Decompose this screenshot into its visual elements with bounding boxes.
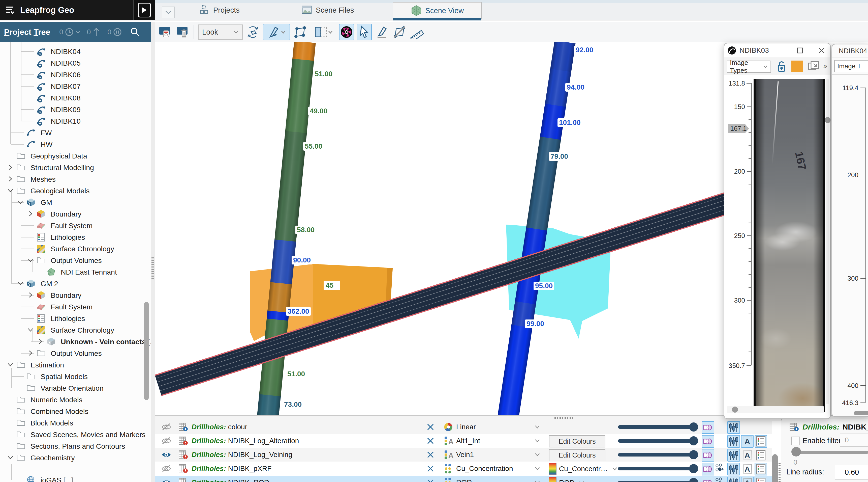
opacity-slider[interactable] xyxy=(618,467,693,471)
vertical-scrollbar-thumb[interactable] xyxy=(825,117,831,123)
tab-overflow-button[interactable] xyxy=(162,6,175,18)
menu-icon[interactable] xyxy=(4,4,16,16)
colour-swatch[interactable] xyxy=(792,61,803,72)
tab-projects[interactable]: Projects xyxy=(199,3,240,17)
opacity-slider[interactable] xyxy=(618,439,693,443)
text-labels-toggle[interactable]: A xyxy=(741,463,753,476)
remove-from-scene-button[interactable] xyxy=(427,420,434,434)
maximize-button[interactable] xyxy=(796,46,805,55)
visibility-on-icon[interactable] xyxy=(161,476,172,482)
vertical-scrollbar-track[interactable] xyxy=(826,79,829,404)
visibility-off-icon[interactable] xyxy=(161,420,172,434)
shape-list-scrollbar[interactable] xyxy=(772,454,778,482)
colour-column-chevron[interactable] xyxy=(534,420,540,434)
opacity-slider[interactable] xyxy=(618,481,693,482)
depth-marker[interactable]: 167.1 xyxy=(728,124,749,133)
opacity-slider-thumb[interactable] xyxy=(689,478,698,482)
flat-colour-toggle[interactable] xyxy=(702,435,714,448)
histogram-toggle[interactable] xyxy=(727,449,740,461)
histogram-toggle[interactable] xyxy=(727,477,740,482)
camera-tool-active[interactable] xyxy=(339,24,354,40)
core-photo-window-2[interactable]: NDIBK04 Image T 119.4200300400416.3 xyxy=(832,44,868,417)
filter-value-input[interactable]: 0 xyxy=(840,433,868,447)
minimize-button[interactable]: — xyxy=(774,46,783,55)
filter-values-button[interactable] xyxy=(715,462,726,476)
remove-from-scene-button[interactable] xyxy=(427,448,434,461)
tree-expander[interactable] xyxy=(17,199,25,207)
flat-colour-toggle[interactable] xyxy=(702,421,714,434)
legend-toggle[interactable] xyxy=(754,435,767,448)
remove-from-scene-button[interactable] xyxy=(427,462,434,476)
legend-toggle[interactable] xyxy=(754,477,767,482)
tree-splitter-handle[interactable] xyxy=(152,257,154,280)
core-photo-window[interactable]: NDIBK03 — Image Types » 131.8350.7150200… xyxy=(724,43,831,419)
remove-from-scene-button[interactable] xyxy=(427,434,434,448)
tree-expander[interactable] xyxy=(17,280,25,288)
shape-row-ndibk_rqd[interactable]: Drillholes: NDIBK_RQDRQDRQDA xyxy=(155,476,772,482)
slicer-tool-active[interactable] xyxy=(263,24,290,40)
clear-scene-button[interactable] xyxy=(175,24,190,40)
flat-colour-toggle[interactable] xyxy=(702,449,714,461)
opacity-slider-thumb[interactable] xyxy=(689,464,698,473)
colour-column-chevron[interactable] xyxy=(534,476,540,482)
queue-running-badge[interactable]: 0 xyxy=(87,27,101,37)
opacity-slider-thumb[interactable] xyxy=(689,450,698,459)
colour-column-chevron[interactable] xyxy=(534,448,540,461)
filter-slider[interactable] xyxy=(793,451,868,454)
horizontal-scrollbar-thumb-2[interactable] xyxy=(854,411,868,415)
visibility-off-icon[interactable] xyxy=(161,434,172,448)
window-titlebar[interactable]: NDIBK03 — xyxy=(724,44,830,58)
edit-colours-button[interactable]: Edit Colours xyxy=(549,435,606,448)
popout-icon[interactable] xyxy=(807,61,820,72)
move-plane-tool[interactable] xyxy=(292,24,308,40)
legend-toggle[interactable] xyxy=(754,449,767,461)
horizontal-scrollbar-thumb[interactable] xyxy=(732,406,738,413)
line-radius-input[interactable]: 0.60 xyxy=(835,465,868,480)
opacity-slider[interactable] xyxy=(618,453,693,456)
colour-column-dropdown[interactable]: Alt1_Int xyxy=(456,434,480,448)
filter-slider-thumb[interactable] xyxy=(792,447,801,456)
tab-scene-view[interactable]: Scene View xyxy=(393,2,482,19)
text-labels-toggle[interactable]: A xyxy=(741,477,753,482)
tree-expander[interactable] xyxy=(27,257,35,265)
tree-expander[interactable] xyxy=(7,175,15,183)
window-titlebar-2[interactable]: NDIBK04 xyxy=(832,45,868,58)
toolbar-overflow[interactable]: » xyxy=(823,62,828,70)
horizontal-scrollbar-track[interactable] xyxy=(727,406,824,413)
tree-expander[interactable] xyxy=(27,349,35,358)
tree-expander[interactable] xyxy=(7,164,15,172)
shape-list-divider-handle[interactable] xyxy=(555,417,575,419)
draw-polyline-tool[interactable] xyxy=(374,24,390,40)
processing-queue-button[interactable] xyxy=(134,0,155,20)
flat-colour-toggle[interactable] xyxy=(702,477,714,482)
visibility-on-icon[interactable] xyxy=(161,448,172,461)
text-labels-toggle[interactable]: A xyxy=(741,435,753,448)
image-types-dropdown[interactable]: Image Types xyxy=(727,61,771,73)
legend-toggle[interactable] xyxy=(754,463,767,476)
shape-row-ndibk_log_alteration[interactable]: Drillholes: NDIBK_Log_AlterationAAlt1_In… xyxy=(155,434,772,448)
rotate-slicer-tool[interactable] xyxy=(245,24,260,40)
close-button[interactable] xyxy=(817,46,826,55)
tree-expander[interactable] xyxy=(27,210,35,218)
queue-pending-badge[interactable]: 0 xyxy=(59,27,81,37)
tree-scrollbar[interactable] xyxy=(144,302,149,400)
search-icon[interactable] xyxy=(129,27,141,37)
queue-paused-badge[interactable]: 0 xyxy=(107,27,123,37)
colourmap-dropdown[interactable]: RQD xyxy=(549,477,585,482)
colour-column-chevron[interactable] xyxy=(534,462,540,476)
flat-colour-toggle[interactable] xyxy=(702,463,714,476)
opacity-slider-thumb[interactable] xyxy=(689,422,698,431)
opacity-slider[interactable] xyxy=(618,425,693,429)
visibility-off-icon[interactable] xyxy=(161,462,172,476)
histogram-toggle[interactable] xyxy=(727,435,740,448)
edit-colours-button[interactable]: Edit Colours xyxy=(549,449,606,461)
colour-column-dropdown[interactable]: Vein1 xyxy=(456,448,474,461)
core-photo-image[interactable]: 167 xyxy=(753,79,825,412)
shape-row-colour[interactable]: Drillholes: colourLinear xyxy=(155,420,772,434)
measure-tool[interactable] xyxy=(409,24,425,40)
histogram-toggle[interactable] xyxy=(727,421,740,434)
select-tool-active[interactable] xyxy=(356,24,372,40)
colourmap-dropdown[interactable]: Cu_Concentr… xyxy=(549,463,618,475)
move-polyline-tool[interactable] xyxy=(392,24,407,40)
properties-splitter-handle[interactable] xyxy=(778,463,780,482)
